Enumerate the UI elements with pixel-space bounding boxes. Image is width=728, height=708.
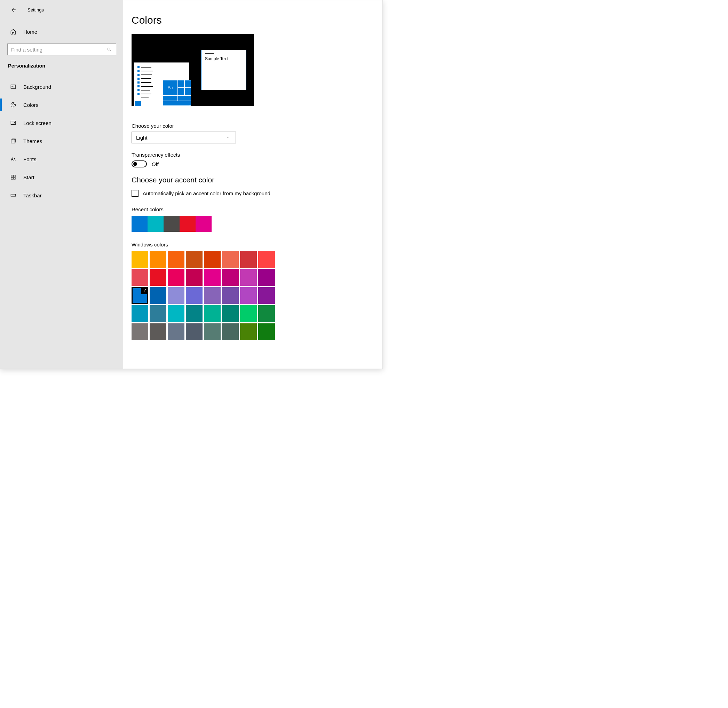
auto-pick-label: Automatically pick an accent color from … bbox=[143, 190, 270, 196]
home-button[interactable]: Home bbox=[0, 23, 123, 40]
check-icon: ✓ bbox=[143, 288, 147, 293]
recent-colors bbox=[132, 216, 374, 232]
preview-window-1: Aa bbox=[133, 62, 189, 106]
recent-color-swatch[interactable] bbox=[180, 216, 196, 232]
windows-color-swatch[interactable] bbox=[258, 324, 275, 340]
svg-rect-7 bbox=[11, 139, 15, 143]
windows-color-swatch[interactable] bbox=[258, 287, 275, 304]
windows-color-swatch[interactable] bbox=[168, 305, 184, 322]
windows-color-swatch[interactable] bbox=[132, 305, 148, 322]
recent-color-swatch[interactable] bbox=[132, 216, 148, 232]
windows-color-swatch[interactable] bbox=[132, 324, 148, 340]
windows-color-swatch[interactable] bbox=[204, 251, 220, 268]
svg-point-2 bbox=[12, 104, 13, 105]
sidebar-item-fonts[interactable]: Fonts bbox=[0, 150, 123, 168]
sidebar-item-taskbar[interactable]: Taskbar bbox=[0, 186, 123, 204]
windows-color-swatch[interactable] bbox=[204, 269, 220, 286]
windows-color-swatch[interactable] bbox=[149, 287, 166, 304]
chevron-down-icon bbox=[225, 134, 231, 141]
windows-color-swatch[interactable] bbox=[168, 324, 184, 340]
svg-rect-8 bbox=[11, 175, 13, 177]
svg-rect-9 bbox=[14, 175, 15, 177]
windows-color-swatch[interactable] bbox=[240, 287, 257, 304]
svg-point-0 bbox=[107, 48, 110, 50]
back-icon[interactable] bbox=[10, 7, 16, 13]
transparency-toggle[interactable] bbox=[132, 161, 147, 167]
search-field[interactable] bbox=[11, 46, 106, 52]
windows-colors-grid: ✓ bbox=[132, 251, 374, 340]
app-title: Settings bbox=[28, 7, 44, 13]
sidebar-item-label: Taskbar bbox=[23, 193, 42, 199]
windows-color-swatch[interactable] bbox=[204, 305, 220, 322]
start-icon bbox=[10, 174, 16, 180]
taskbar-icon bbox=[10, 192, 16, 199]
windows-color-swatch[interactable] bbox=[222, 287, 239, 304]
windows-color-swatch[interactable] bbox=[149, 305, 166, 322]
windows-color-swatch[interactable]: ✓ bbox=[132, 287, 148, 304]
main-content: Colors Aa bbox=[123, 0, 383, 369]
sidebar-item-themes[interactable]: Themes bbox=[0, 132, 123, 150]
sidebar-item-label: Background bbox=[23, 84, 51, 90]
sidebar-item-label: Colors bbox=[23, 102, 38, 108]
windows-color-swatch[interactable] bbox=[186, 305, 203, 322]
sidebar-item-colors[interactable]: Colors bbox=[0, 96, 123, 114]
windows-color-swatch[interactable] bbox=[149, 269, 166, 286]
windows-color-swatch[interactable] bbox=[168, 287, 184, 304]
search-icon bbox=[106, 46, 112, 52]
auto-pick-checkbox[interactable] bbox=[132, 190, 139, 197]
page-title: Colors bbox=[132, 14, 374, 26]
windows-color-swatch[interactable] bbox=[222, 324, 239, 340]
windows-color-swatch[interactable] bbox=[204, 324, 220, 340]
sidebar-item-start[interactable]: Start bbox=[0, 168, 123, 186]
sidebar: Settings Home Personalization Background… bbox=[0, 0, 123, 369]
recent-color-swatch[interactable] bbox=[164, 216, 180, 232]
windows-color-swatch[interactable] bbox=[149, 251, 166, 268]
sidebar-item-lockscreen[interactable]: Lock screen bbox=[0, 114, 123, 132]
sidebar-item-background[interactable]: Background bbox=[0, 78, 123, 96]
lockscreen-icon bbox=[10, 120, 16, 126]
windows-color-swatch[interactable] bbox=[222, 305, 239, 322]
fonts-icon bbox=[10, 156, 16, 162]
accent-heading: Choose your accent color bbox=[132, 176, 374, 184]
select-value: Light bbox=[136, 135, 148, 141]
auto-pick-row[interactable]: Automatically pick an accent color from … bbox=[132, 190, 374, 197]
recent-color-swatch[interactable] bbox=[196, 216, 212, 232]
svg-point-4 bbox=[14, 104, 15, 105]
windows-color-swatch[interactable] bbox=[186, 287, 203, 304]
windows-color-swatch[interactable] bbox=[240, 324, 257, 340]
svg-rect-12 bbox=[11, 194, 16, 196]
search-input[interactable] bbox=[7, 44, 116, 55]
windows-color-swatch[interactable] bbox=[168, 251, 184, 268]
svg-rect-10 bbox=[11, 177, 13, 179]
windows-color-swatch[interactable] bbox=[168, 269, 184, 286]
windows-color-swatch[interactable] bbox=[186, 269, 203, 286]
themes-icon bbox=[10, 138, 16, 144]
windows-color-swatch[interactable] bbox=[240, 305, 257, 322]
windows-color-swatch[interactable] bbox=[258, 269, 275, 286]
category-heading: Personalization bbox=[0, 58, 123, 71]
windows-color-swatch[interactable] bbox=[222, 269, 239, 286]
windows-color-swatch[interactable] bbox=[204, 287, 220, 304]
windows-color-swatch[interactable] bbox=[240, 251, 257, 268]
recent-color-swatch[interactable] bbox=[148, 216, 164, 232]
windows-color-swatch[interactable] bbox=[258, 305, 275, 322]
home-icon bbox=[10, 29, 16, 35]
windows-color-swatch[interactable] bbox=[132, 269, 148, 286]
choose-color-label: Choose your color bbox=[132, 123, 374, 129]
svg-point-3 bbox=[13, 103, 14, 104]
transparency-label: Transparency effects bbox=[132, 152, 374, 158]
windows-color-swatch[interactable] bbox=[222, 251, 239, 268]
color-mode-select[interactable]: Light bbox=[132, 132, 236, 144]
home-label: Home bbox=[23, 29, 37, 35]
sidebar-item-label: Start bbox=[23, 174, 35, 180]
windows-color-swatch[interactable] bbox=[186, 324, 203, 340]
windows-color-swatch[interactable] bbox=[149, 324, 166, 340]
windows-color-swatch[interactable] bbox=[240, 269, 257, 286]
toggle-value: Off bbox=[152, 161, 159, 167]
picture-icon bbox=[10, 84, 16, 90]
sidebar-item-label: Fonts bbox=[23, 156, 36, 162]
recent-colors-label: Recent colors bbox=[132, 206, 374, 212]
windows-color-swatch[interactable] bbox=[258, 251, 275, 268]
windows-color-swatch[interactable] bbox=[186, 251, 203, 268]
windows-color-swatch[interactable] bbox=[132, 251, 148, 268]
